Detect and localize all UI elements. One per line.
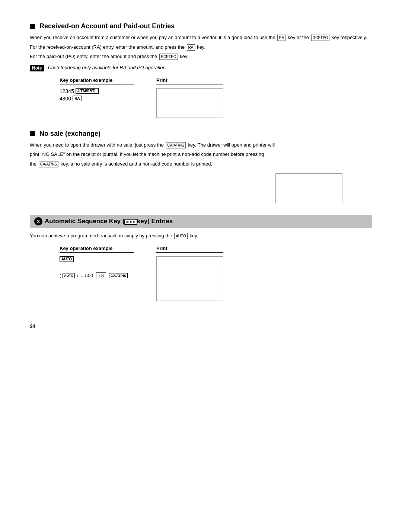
section2-para2: print "NO SALE" on the receipt or journa… — [30, 151, 372, 158]
black-square-icon — [30, 24, 35, 29]
key-op-header-3: Key operation example — [60, 246, 134, 253]
section1-para2: For the received-on-account (RA) entry, … — [30, 44, 372, 51]
key-op-header-1: Key operation example — [60, 77, 134, 84]
section1-title: Received-on Account and Paid-out Entries — [30, 22, 372, 30]
rcptpo-key-inline1: RCPTPO — [311, 35, 330, 41]
section2-title: No sale (exchange) — [30, 130, 372, 138]
tmsbtl-key: #/TM/SBTL — [76, 88, 99, 94]
rcptpo-key-inline2: RCPTPO — [159, 54, 178, 60]
ra-key-inline2: RA — [187, 44, 195, 51]
ra-key-inline1: RA — [277, 35, 285, 41]
key-col-3: Key operation example AUTO ( AUTO ) = 50… — [60, 246, 134, 301]
note-label: Note — [30, 65, 44, 71]
page-number: 24 — [30, 323, 36, 329]
key-col-1: Key operation example 12345 #/TM/SBTL 48… — [60, 77, 134, 118]
caatns-key-inline1: CA/AT/NS — [166, 142, 186, 148]
section1-para3: For the paid-out (PO) entry, enter the a… — [30, 53, 372, 60]
entry2: 4800 RA — [60, 96, 82, 102]
section2-para3: the CA/AT/NS key, a no sale entry is ach… — [30, 160, 372, 168]
print-area-3 — [156, 256, 223, 301]
auto-key-entry: AUTO — [60, 256, 74, 262]
key-print-layout-1: Key operation example 12345 #/TM/SBTL 48… — [60, 77, 372, 118]
key-print-layout-3: Key operation example AUTO ( AUTO ) = 50… — [60, 246, 372, 301]
entry1: 12345 #/TM/SBTL — [60, 88, 99, 94]
note-text: Cash tendering only available for RA and… — [48, 65, 167, 70]
print-col-3: Print — [156, 246, 223, 301]
auto-entry-formula: ( AUTO ) = 500 729 CA/AT/NS — [60, 272, 128, 279]
auto-key-inline: AUTO — [174, 233, 188, 239]
note-box: Note Cash tendering only available for R… — [30, 65, 372, 71]
section1-para1: When you receive on account from a custo… — [30, 34, 372, 41]
print-header-1: Print — [156, 77, 223, 84]
caatns-key-formula: CA/AT/NS — [109, 273, 128, 278]
auto-key-formula: AUTO — [63, 273, 75, 278]
section-no-sale: No sale (exchange) When you need to open… — [30, 130, 372, 203]
print-col-2 — [275, 173, 342, 203]
section-received-on-account: Received-on Account and Paid-out Entries… — [30, 22, 372, 118]
print-col-1: Print — [156, 77, 223, 118]
auto-key-title: AUTO — [124, 219, 137, 225]
print-header-3: Print — [156, 246, 223, 253]
section3-title-bar: 3 Automatic Sequence Key (AUTOkey) Entri… — [30, 215, 372, 228]
section-auto-sequence: 3 Automatic Sequence Key (AUTOkey) Entri… — [30, 215, 372, 301]
ra-key-btn: RA — [73, 96, 82, 101]
black-square-icon-2 — [30, 131, 35, 136]
formula-key2: 729 — [96, 272, 106, 279]
caatns-key-inline2: CA/AT/NS — [39, 161, 58, 167]
section3-num: 3 — [34, 217, 42, 225]
auto-entry-1: AUTO — [60, 256, 74, 262]
section2-para: When you need to open the drawer with no… — [30, 141, 372, 149]
section3-para1: You can achieve a programmed transaction… — [30, 232, 372, 240]
print-area-1 — [156, 88, 223, 118]
print-area-2 — [275, 173, 342, 203]
